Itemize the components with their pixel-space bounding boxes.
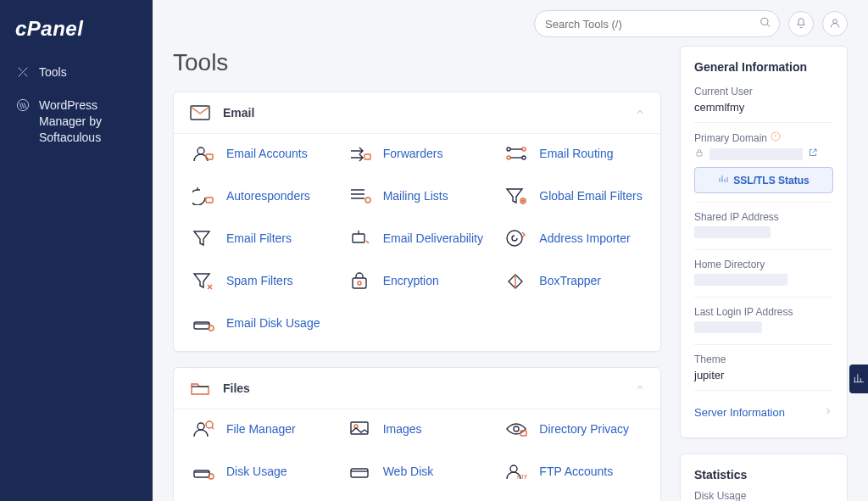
warning-icon — [771, 131, 781, 144]
home-directory-redacted — [694, 274, 787, 286]
tool-images[interactable]: Images — [348, 416, 487, 442]
folder-icon — [189, 380, 211, 397]
boxtrapper-icon — [504, 270, 529, 291]
panel-files-header[interactable]: Files — [174, 368, 660, 409]
search-input[interactable] — [534, 10, 780, 37]
envelope-icon — [189, 104, 211, 121]
svg-point-4 — [198, 148, 204, 154]
svg-rect-16 — [353, 278, 366, 288]
search-icon[interactable] — [760, 17, 771, 31]
tool-autoresponders[interactable]: Autoresponders — [191, 183, 331, 209]
tool-encryption[interactable]: Encryption — [348, 268, 487, 293]
svg-point-7 — [507, 148, 510, 151]
tool-label: Email Deliverability — [383, 231, 483, 245]
tool-web-disk[interactable]: Web Disk — [348, 459, 487, 484]
page-title: Tools — [173, 49, 661, 76]
search-wrap — [534, 10, 780, 37]
tool-label: BoxTrapper — [539, 274, 601, 287]
user-icon — [829, 17, 841, 31]
mailing-lists-icon — [348, 186, 373, 206]
panel-title: Files — [223, 381, 250, 395]
tools-icon — [15, 65, 31, 79]
shared-ip-redacted — [694, 226, 771, 238]
global-email-filters-icon — [504, 186, 529, 206]
tool-disk-usage[interactable]: Disk Usage — [191, 459, 331, 484]
tool-global-email-filters[interactable]: Global Email Filters — [504, 183, 643, 209]
spam-filters-icon — [191, 270, 216, 291]
statistics-card: Statistics Disk Usage 754.6 MB / ∞ — [680, 454, 848, 501]
tool-label: Disk Usage — [226, 465, 287, 478]
sidebar-item-label: WordPress Manager by Softaculous — [39, 97, 137, 146]
external-link-icon[interactable] — [808, 148, 818, 160]
encryption-icon — [348, 270, 373, 291]
ssl-tls-status-button[interactable]: SSL/TLS Status — [694, 167, 833, 193]
forwarders-icon — [348, 143, 373, 164]
tool-label: Address Importer — [539, 231, 630, 245]
svg-rect-11 — [206, 198, 213, 203]
home-directory-label: Home Directory — [694, 259, 833, 270]
chart-icon — [853, 372, 865, 387]
tool-email-disk-usage[interactable]: Email Disk Usage — [191, 310, 331, 336]
sidebar-item-wordpress-manager[interactable]: WordPress Manager by Softaculous — [0, 89, 153, 154]
tool-label: Global Email Filters — [539, 189, 642, 203]
tool-label: Email Routing — [539, 147, 613, 160]
server-information-link[interactable]: Server Information — [694, 399, 833, 420]
notifications-button[interactable] — [788, 11, 814, 36]
main-area: Tools Email — [153, 0, 868, 501]
tool-email-accounts[interactable]: Email Accounts — [191, 141, 331, 166]
tool-address-importer[interactable]: Address Importer — [504, 225, 643, 251]
email-deliverability-icon — [348, 228, 373, 248]
theme-value: jupiter — [694, 369, 833, 381]
current-user-value: cemmlfmy — [694, 101, 833, 114]
tool-boxtrapper[interactable]: BoxTrapper — [504, 268, 643, 293]
floating-stats-tab[interactable] — [849, 365, 868, 393]
svg-rect-18 — [194, 322, 209, 329]
svg-rect-26 — [194, 470, 209, 477]
images-icon — [348, 419, 373, 439]
directory-privacy-icon — [504, 419, 529, 439]
tool-spam-filters[interactable]: Spam Filters — [191, 268, 331, 293]
tool-email-filters[interactable]: Email Filters — [191, 225, 331, 251]
svg-rect-39 — [697, 153, 702, 157]
tool-email-deliverability[interactable]: Email Deliverability — [348, 225, 487, 251]
account-button[interactable] — [822, 11, 848, 36]
tool-email-routing[interactable]: Email Routing — [504, 141, 643, 166]
email-routing-icon — [504, 143, 529, 164]
ftp-accounts-icon: FTP — [504, 461, 529, 482]
tool-directory-privacy[interactable]: Directory Privacy — [504, 416, 643, 442]
tool-ftp-accounts[interactable]: FTP FTP Accounts — [504, 459, 643, 484]
cpanel-logo: cPanel — [0, 12, 153, 56]
sidebar: cPanel Tools WordPress Manager by Softac… — [0, 0, 153, 501]
svg-point-8 — [522, 148, 526, 151]
autoresponders-icon — [191, 186, 216, 206]
disk-usage-icon — [191, 461, 216, 482]
last-login-label: Last Login IP Address — [694, 306, 833, 318]
theme-label: Theme — [694, 353, 833, 365]
svg-text:FTP: FTP — [517, 474, 527, 480]
svg-point-15 — [507, 231, 522, 246]
tool-label: Email Filters — [226, 231, 292, 245]
email-filters-icon — [191, 228, 216, 248]
current-user-label: Current User — [694, 86, 833, 97]
primary-domain-redacted — [709, 148, 803, 160]
tool-file-manager[interactable]: File Manager — [191, 416, 331, 442]
chevron-up-icon — [635, 381, 645, 395]
tool-mailing-lists[interactable]: Mailing Lists — [348, 183, 487, 209]
tool-label: FTP Accounts — [539, 465, 613, 478]
tool-forwarders[interactable]: Forwarders — [348, 141, 487, 166]
ssl-button-label: SSL/TLS Status — [733, 175, 809, 186]
tool-label: Forwarders — [383, 147, 443, 160]
svg-point-10 — [522, 156, 526, 159]
wordpress-icon — [15, 98, 31, 112]
svg-point-24 — [514, 426, 519, 431]
panel-email-header[interactable]: Email — [174, 92, 660, 133]
last-login-redacted — [694, 321, 762, 333]
svg-rect-14 — [353, 234, 364, 242]
svg-rect-28 — [351, 469, 368, 477]
panel-title: Email — [223, 106, 254, 120]
tool-label: Web Disk — [383, 465, 434, 478]
svg-point-1 — [761, 18, 768, 25]
sidebar-item-tools[interactable]: Tools — [0, 56, 153, 89]
primary-domain-label: Primary Domain — [694, 132, 767, 144]
tool-label: Mailing Lists — [383, 189, 448, 203]
